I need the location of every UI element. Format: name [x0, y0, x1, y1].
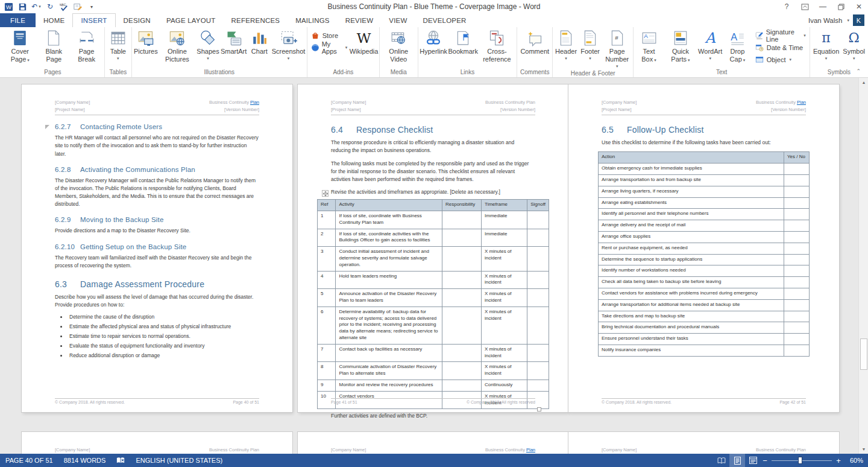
ribbon-display-options-icon[interactable] [796, 0, 814, 13]
store-button[interactable]: Store [311, 30, 347, 40]
screenshot-button[interactable]: Screenshot ▾ [271, 29, 305, 68]
zoom-in-icon[interactable]: + [834, 456, 843, 465]
equation-button[interactable]: π Equation ▾ [811, 29, 841, 68]
page-number-button[interactable]: # Page Number ▾ [602, 29, 632, 69]
status-bar: PAGE 40 OF 51 8814 WORDS ENGLISH (UNITED… [0, 454, 868, 467]
tab-mailings[interactable]: MAILINGS [288, 13, 338, 27]
proofing-status-icon[interactable] [111, 454, 130, 467]
read-mode-button[interactable] [714, 454, 729, 467]
page-info[interactable]: PAGE 40 OF 51 [0, 454, 58, 467]
cover-page-button[interactable]: Cover Page▾ [2, 29, 38, 68]
paragraph: The Recovery team will familiarized itse… [55, 254, 259, 270]
online-video-button[interactable]: Online Video [381, 29, 417, 68]
group-label: Links [420, 68, 516, 77]
heading-6-2-9: 6.2.9Moving to the Backup Site [55, 216, 259, 223]
pictures-button[interactable]: Pictures [133, 29, 159, 68]
table-row: 7Contact back up facilities as necessary… [318, 344, 549, 362]
table-resize-handle[interactable] [537, 407, 541, 411]
document-page-partial[interactable]: [Company Name] Business Continuity Plan [22, 432, 292, 454]
symbol-button[interactable]: Ω Symbol ▾ [841, 29, 867, 68]
table-row: 4Hold team leaders meetingX minutes of i… [318, 271, 549, 289]
wordart-button[interactable]: A WordArt ▾ [698, 29, 722, 68]
online-pictures-button[interactable]: Online Pictures [159, 29, 196, 68]
comment-button[interactable]: Comment [518, 29, 551, 68]
tab-design[interactable]: DESIGN [116, 13, 159, 27]
date-time-button[interactable]: Date & Time [755, 42, 806, 52]
table-row: Identify number of workstations needed [599, 265, 810, 277]
language-status[interactable]: ENGLISH (UNITED STATES) [130, 454, 228, 467]
tab-file[interactable]: FILE [0, 13, 36, 27]
outline-collapse-icon[interactable] [45, 125, 49, 129]
blank-page-button[interactable]: Blank Page [38, 29, 71, 68]
tab-home[interactable]: HOME [36, 13, 72, 27]
table-row: Contact vendors for assistance with prob… [599, 288, 810, 299]
tab-references[interactable]: REFERENCES [224, 13, 288, 27]
text-box-button[interactable]: A Text Box▾ [635, 29, 662, 68]
document-page-partial[interactable]: [Company Name] Business Continuity Plan [568, 432, 839, 454]
document-page-42[interactable]: [Company Name] Business Continuity Plan … [568, 84, 839, 412]
group-label: Illustrations [133, 68, 306, 77]
svg-text:A: A [731, 31, 738, 42]
tab-review[interactable]: REVIEW [338, 13, 382, 27]
heading-6-3: 6.3Damage Assessment Procedure [55, 279, 259, 289]
table-row: Take directions and map to backup site [599, 311, 810, 322]
signature-line-button[interactable]: Signature Line ▾ [755, 30, 806, 40]
object-button[interactable]: Object ▾ [755, 54, 806, 65]
bookmark-button[interactable]: Bookmark [448, 29, 479, 68]
window-controls: ? — ✕ [778, 0, 868, 13]
drop-cap-button[interactable]: A Drop Cap▾ [722, 29, 753, 68]
table-move-handle-icon[interactable] [322, 190, 329, 197]
footer-icon [581, 30, 599, 46]
tab-view[interactable]: VIEW [381, 13, 415, 27]
page-break-button[interactable]: Page Break [70, 29, 103, 68]
zoom-level[interactable]: 60% [843, 457, 863, 464]
document-page-40[interactable]: [Company Name] Business Continuity Plan … [22, 84, 292, 412]
tab-developer[interactable]: DEVELOPER [415, 13, 474, 27]
table-row: Identify all personnel and their telepho… [599, 209, 810, 220]
header-button[interactable]: Header ▾ [554, 29, 578, 69]
table-row: 8Communicate activation of Disaster Reco… [318, 362, 549, 380]
tab-insert[interactable]: INSERT [72, 13, 115, 27]
wikipedia-button[interactable]: W Wikipedia [350, 29, 378, 68]
page-number-icon: # [608, 30, 626, 46]
vertical-scrollbar[interactable]: ▲ ▼ [858, 78, 868, 454]
zoom-out-icon[interactable]: − [761, 456, 769, 465]
window-title: Business Continuity Plan - Blue Theme - … [0, 2, 868, 11]
close-icon[interactable]: ✕ [850, 0, 868, 13]
minimize-icon[interactable]: — [814, 0, 832, 13]
table-row: 5Announce activation of the Disaster Rec… [318, 289, 549, 307]
my-apps-button[interactable]: My Apps ▾ [311, 42, 347, 52]
restore-icon[interactable] [832, 0, 850, 13]
group-links: Hyperlink Bookmark Cross-reference Links [418, 27, 518, 77]
tab-page-layout[interactable]: PAGE LAYOUT [159, 13, 224, 27]
smartart-button[interactable]: SmartArt [220, 29, 247, 68]
print-layout-button[interactable] [729, 454, 745, 467]
quick-parts-button[interactable]: Quick Parts▾ [663, 29, 698, 68]
web-layout-button[interactable] [745, 454, 761, 467]
table-button[interactable]: Table ▾ [106, 29, 130, 68]
heading-6-2-8: 6.2.8Activating the Communications Plan [55, 166, 259, 173]
collapse-ribbon-icon[interactable]: ⌃ [856, 68, 861, 74]
dropdown-arrow-icon: ▾ [688, 58, 690, 63]
account-menu[interactable]: Ivan Walsh ▾ K [808, 13, 868, 27]
shapes-icon [199, 30, 217, 46]
cross-reference-button[interactable]: Cross-reference [479, 29, 516, 68]
table-row: Obtain emergency cash for immediate supp… [599, 164, 810, 175]
zoom-slider[interactable] [772, 454, 832, 467]
table-row: Arrange delivery and the receipt of mail [599, 220, 810, 232]
equation-icon: π [817, 30, 835, 46]
shapes-button[interactable]: Shapes ▾ [196, 29, 220, 68]
hyperlink-button[interactable]: Hyperlink [420, 29, 448, 68]
chart-button[interactable]: Chart [247, 29, 271, 68]
scroll-up-icon[interactable]: ▲ [859, 78, 868, 87]
document-page-41[interactable]: [Company Name] Business Continuity Plan … [298, 84, 568, 412]
zoom-slider-thumb[interactable] [798, 457, 802, 464]
help-icon[interactable]: ? [778, 0, 796, 13]
signature-line-icon [755, 31, 764, 40]
scrollbar-thumb[interactable] [860, 338, 867, 370]
footer-button[interactable]: Footer ▾ [578, 29, 602, 69]
document-page-partial[interactable]: [Company Name] Business Continuity Plan [298, 432, 568, 454]
heading-6-2-7: 6.2.7Contacting Remote Users [55, 123, 259, 130]
word-count[interactable]: 8814 WORDS [58, 454, 112, 467]
scroll-down-icon[interactable]: ▼ [859, 445, 868, 454]
